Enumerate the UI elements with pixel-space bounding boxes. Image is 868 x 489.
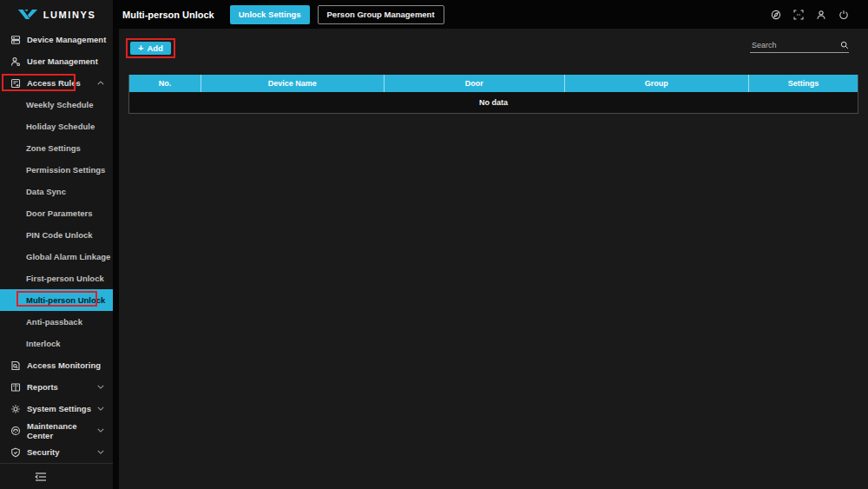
tab-unlock-settings[interactable]: Unlock Settings bbox=[230, 5, 310, 24]
table-empty-state: No data bbox=[129, 92, 858, 113]
compass-icon[interactable] bbox=[771, 10, 781, 20]
add-button-wrap: + Add bbox=[130, 42, 171, 55]
column-header-settings: Settings bbox=[749, 75, 858, 92]
sidebar-item-pin-code-unlock[interactable]: PIN Code Unlock bbox=[0, 224, 113, 246]
brand-name: LUMINYS bbox=[43, 10, 96, 20]
chevron-up-icon bbox=[97, 81, 104, 85]
sidebar-item-zone-settings[interactable]: Zone Settings bbox=[0, 137, 113, 159]
sidebar-item-system-settings[interactable]: System Settings bbox=[0, 398, 113, 420]
access-rules-icon bbox=[10, 78, 21, 89]
sidebar-item-weekly-schedule[interactable]: Weekly Schedule bbox=[0, 94, 113, 116]
shield-icon bbox=[10, 447, 21, 458]
sidebar-item-global-alarm-linkage[interactable]: Global Alarm Linkage bbox=[0, 246, 113, 268]
sidebar: LUMINYS Device Management bbox=[0, 0, 113, 489]
sidebar-item-permission-settings[interactable]: Permission Settings bbox=[0, 159, 113, 181]
monitoring-icon bbox=[10, 360, 21, 371]
sidebar-item-user-management[interactable]: User Management bbox=[0, 50, 113, 72]
add-button[interactable]: + Add bbox=[130, 42, 171, 55]
fullscreen-icon[interactable] bbox=[793, 10, 804, 20]
brand-logo: LUMINYS bbox=[0, 0, 113, 29]
sidebar-item-door-parameters[interactable]: Door Parameters bbox=[0, 202, 113, 224]
sidebar-item-label: Device Management bbox=[27, 35, 106, 44]
sidebar-item-first-person-unlock[interactable]: First-person Unlock bbox=[0, 268, 113, 289]
tab-person-group-management[interactable]: Person Group Management bbox=[318, 5, 444, 24]
user-icon[interactable] bbox=[816, 10, 826, 20]
sidebar-item-device-management[interactable]: Device Management bbox=[0, 29, 113, 50]
gear-icon bbox=[10, 404, 21, 414]
search-box bbox=[750, 37, 849, 53]
content-panel: + Add No. Device Name bbox=[119, 29, 868, 489]
sidebar-item-label: Access Rules bbox=[27, 78, 81, 88]
search-input[interactable] bbox=[750, 41, 840, 50]
device-icon bbox=[10, 35, 21, 45]
page-title: Multi-person Unlock bbox=[122, 10, 214, 20]
maintenance-icon bbox=[10, 426, 21, 436]
plus-icon: + bbox=[138, 43, 143, 53]
toolbar: + Add bbox=[119, 29, 868, 63]
sidebar-nav: Device Management User Management bbox=[0, 29, 113, 463]
search-icon[interactable] bbox=[840, 41, 849, 50]
sidebar-item-label: User Management bbox=[27, 56, 98, 66]
unlock-settings-table: No. Device Name Door Group Settings No d… bbox=[128, 75, 858, 114]
chevron-down-icon bbox=[97, 450, 104, 454]
sidebar-item-security[interactable]: Security bbox=[0, 441, 113, 463]
main-area: Multi-person Unlock Unlock Settings Pers… bbox=[113, 0, 868, 489]
column-header-group: Group bbox=[565, 75, 749, 92]
sidebar-item-anti-passback[interactable]: Anti-passback bbox=[0, 311, 113, 333]
power-icon[interactable] bbox=[838, 10, 849, 20]
menu-fold-icon[interactable] bbox=[35, 472, 47, 482]
reports-icon bbox=[10, 382, 21, 393]
app-window: LUMINYS Device Management bbox=[0, 0, 868, 489]
column-header-door: Door bbox=[385, 75, 565, 92]
sidebar-item-multi-person-unlock[interactable]: Multi-person Unlock bbox=[0, 289, 113, 311]
sidebar-item-access-rules[interactable]: Access Rules bbox=[0, 72, 113, 94]
sidebar-item-access-monitoring[interactable]: Access Monitoring bbox=[0, 354, 113, 376]
sidebar-item-interlock[interactable]: Interlock bbox=[0, 333, 113, 354]
topbar: Multi-person Unlock Unlock Settings Pers… bbox=[113, 0, 868, 29]
sidebar-item-holiday-schedule[interactable]: Holiday Schedule bbox=[0, 116, 113, 137]
chevron-down-icon bbox=[97, 385, 104, 389]
column-header-device-name: Device Name bbox=[201, 75, 385, 92]
topbar-actions bbox=[771, 10, 868, 20]
sidebar-footer bbox=[0, 464, 113, 489]
luminys-logo-icon bbox=[17, 8, 38, 21]
user-key-icon bbox=[10, 56, 21, 67]
table-header-row: No. Device Name Door Group Settings bbox=[129, 75, 858, 92]
sidebar-item-maintenance-center[interactable]: Maintenance Center bbox=[0, 420, 113, 441]
sidebar-item-data-sync[interactable]: Data Sync bbox=[0, 181, 113, 202]
sidebar-item-reports[interactable]: Reports bbox=[0, 376, 113, 398]
column-header-no: No. bbox=[129, 75, 201, 92]
chevron-down-icon bbox=[97, 406, 104, 411]
chevron-down-icon bbox=[97, 428, 104, 433]
